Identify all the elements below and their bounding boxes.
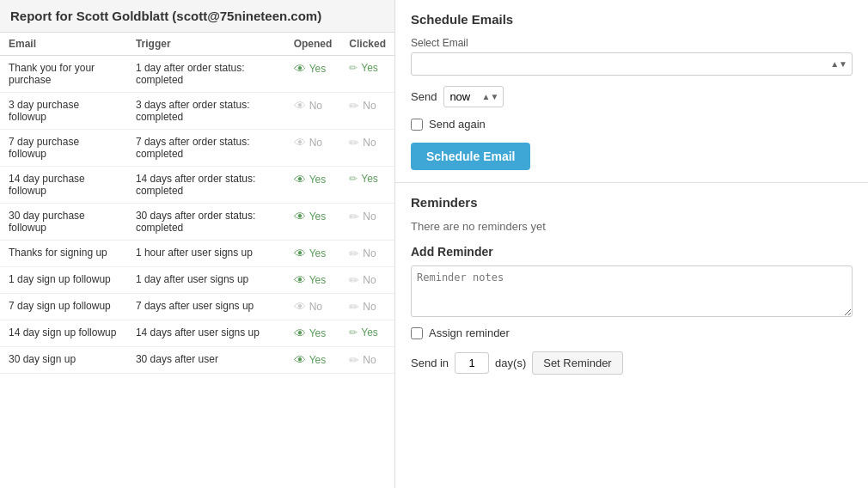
table-cell-clicked: ✏ No xyxy=(340,130,394,167)
opened-yes: 👁 Yes xyxy=(294,273,333,287)
eye-icon: 👁 xyxy=(294,247,306,260)
table-cell-clicked: ✏ Yes xyxy=(340,167,394,204)
table-cell-opened: 👁 No xyxy=(285,294,341,320)
pencil-grey-icon: ✏ xyxy=(349,247,359,260)
table-cell-email: 1 day sign up followup xyxy=(0,267,127,294)
eye-icon: 👁 xyxy=(294,210,306,223)
table-row: Thank you for your purchase1 day after o… xyxy=(0,56,394,93)
opened-no: 👁 No xyxy=(294,136,333,149)
table-cell-email: Thank you for your purchase xyxy=(0,56,127,93)
pencil-grey-icon: ✏ xyxy=(349,99,359,113)
opened-no: 👁 No xyxy=(294,300,333,314)
table-row: Thanks for signing up1 hour after user s… xyxy=(0,241,394,267)
table-row: 30 day sign up30 days after user👁 Yes✏ N… xyxy=(0,347,394,374)
page-title: Report for Scott Goldblatt (scott@75nine… xyxy=(0,0,394,33)
table-row: 30 day purchase followup30 days after or… xyxy=(0,204,394,241)
table-row: 14 day sign up followup14 days after use… xyxy=(0,320,394,347)
send-again-row: Send again xyxy=(411,118,853,131)
col-trigger: Trigger xyxy=(127,33,285,56)
clicked-no: ✏ No xyxy=(349,136,386,149)
table-cell-clicked: ✏ Yes xyxy=(340,320,394,347)
send-again-label: Send again xyxy=(429,118,486,131)
select-email-dropdown[interactable] xyxy=(411,52,853,76)
table-row: 7 day purchase followup7 days after orde… xyxy=(0,130,394,167)
table-cell-email: 30 day purchase followup xyxy=(0,204,127,241)
table-cell-opened: 👁 Yes xyxy=(285,56,341,93)
eye-grey-icon: 👁 xyxy=(294,300,306,314)
pencil-grey-icon: ✏ xyxy=(349,210,359,223)
clicked-no: ✏ No xyxy=(349,210,386,223)
right-panel: Schedule Emails Select Email ▲▼ Send now… xyxy=(395,0,868,488)
table-cell-trigger: 1 hour after user signs up xyxy=(127,241,285,267)
send-again-checkbox[interactable] xyxy=(411,119,423,131)
pencil-grey-icon: ✏ xyxy=(349,353,359,367)
table-cell-opened: 👁 No xyxy=(285,130,341,167)
select-email-wrapper: ▲▼ xyxy=(411,52,853,76)
table-cell-opened: 👁 Yes xyxy=(285,204,341,241)
table-cell-opened: 👁 Yes xyxy=(285,347,341,374)
clicked-no: ✏ No xyxy=(349,273,386,287)
clicked-no: ✏ No xyxy=(349,353,386,367)
send-select-wrapper: now later ▲▼ xyxy=(443,86,504,107)
schedule-emails-section: Schedule Emails Select Email ▲▼ Send now… xyxy=(395,0,868,183)
table-cell-opened: 👁 Yes xyxy=(285,320,341,347)
table-cell-email: Thanks for signing up xyxy=(0,241,127,267)
table-cell-opened: 👁 Yes xyxy=(285,241,341,267)
opened-yes: 👁 Yes xyxy=(294,247,333,260)
pencil-grey-icon: ✏ xyxy=(349,136,359,149)
assign-reminder-row: Assign reminder xyxy=(411,326,853,339)
set-reminder-button[interactable]: Set Reminder xyxy=(532,351,622,375)
assign-reminder-label: Assign reminder xyxy=(429,326,510,339)
table-cell-email: 7 day sign up followup xyxy=(0,294,127,320)
table-cell-trigger: 14 days after order status: completed xyxy=(127,167,285,204)
opened-yes: 👁 Yes xyxy=(294,210,333,223)
clicked-no: ✏ No xyxy=(349,99,386,113)
emails-table: Email Trigger Opened Clicked Thank you f… xyxy=(0,33,394,374)
eye-grey-icon: 👁 xyxy=(294,99,306,113)
table-row: 7 day sign up followup7 days after user … xyxy=(0,294,394,320)
table-cell-email: 7 day purchase followup xyxy=(0,130,127,167)
table-cell-clicked: ✏ No xyxy=(340,267,394,294)
opened-yes: 👁 Yes xyxy=(294,326,333,340)
reminders-section: Reminders There are no reminders yet Add… xyxy=(395,183,868,387)
eye-icon: 👁 xyxy=(294,353,306,367)
reminders-title: Reminders xyxy=(411,195,853,210)
table-cell-email: 3 day purchase followup xyxy=(0,93,127,130)
send-timing-select[interactable]: now later xyxy=(443,86,504,107)
table-cell-trigger: 7 days after order status: completed xyxy=(127,130,285,167)
opened-no: 👁 No xyxy=(294,99,333,113)
pencil-icon: ✏ xyxy=(349,173,358,185)
send-in-input[interactable] xyxy=(455,352,489,374)
schedule-email-button[interactable]: Schedule Email xyxy=(411,143,530,170)
table-cell-opened: 👁 Yes xyxy=(285,167,341,204)
eye-icon: 👁 xyxy=(294,273,306,287)
pencil-grey-icon: ✏ xyxy=(349,300,359,314)
eye-icon: 👁 xyxy=(294,62,306,76)
clicked-no: ✏ No xyxy=(349,300,386,314)
eye-icon: 👁 xyxy=(294,173,306,186)
eye-grey-icon: 👁 xyxy=(294,136,306,149)
table-cell-opened: 👁 No xyxy=(285,93,341,130)
clicked-yes: ✏ Yes xyxy=(349,326,386,339)
send-in-label: Send in xyxy=(411,357,449,369)
select-email-group: Select Email ▲▼ xyxy=(411,37,853,76)
pencil-icon: ✏ xyxy=(349,62,358,74)
assign-reminder-checkbox[interactable] xyxy=(411,327,423,339)
days-label: day(s) xyxy=(495,357,526,369)
table-cell-email: 14 day sign up followup xyxy=(0,320,127,347)
reminder-notes-input[interactable] xyxy=(411,265,853,317)
table-row: 14 day purchase followup14 days after or… xyxy=(0,167,394,204)
col-email: Email xyxy=(0,33,127,56)
select-email-label: Select Email xyxy=(411,37,853,49)
table-cell-trigger: 30 days after user xyxy=(127,347,285,374)
send-label: Send xyxy=(411,90,437,103)
pencil-icon: ✏ xyxy=(349,326,358,339)
pencil-grey-icon: ✏ xyxy=(349,273,359,287)
table-cell-clicked: ✏ No xyxy=(340,241,394,267)
table-cell-trigger: 14 days after user signs up xyxy=(127,320,285,347)
left-panel: Report for Scott Goldblatt (scott@75nine… xyxy=(0,0,395,488)
schedule-emails-title: Schedule Emails xyxy=(411,12,853,27)
col-clicked: Clicked xyxy=(340,33,394,56)
table-cell-email: 14 day purchase followup xyxy=(0,167,127,204)
no-reminders-text: There are no reminders yet xyxy=(411,220,853,233)
